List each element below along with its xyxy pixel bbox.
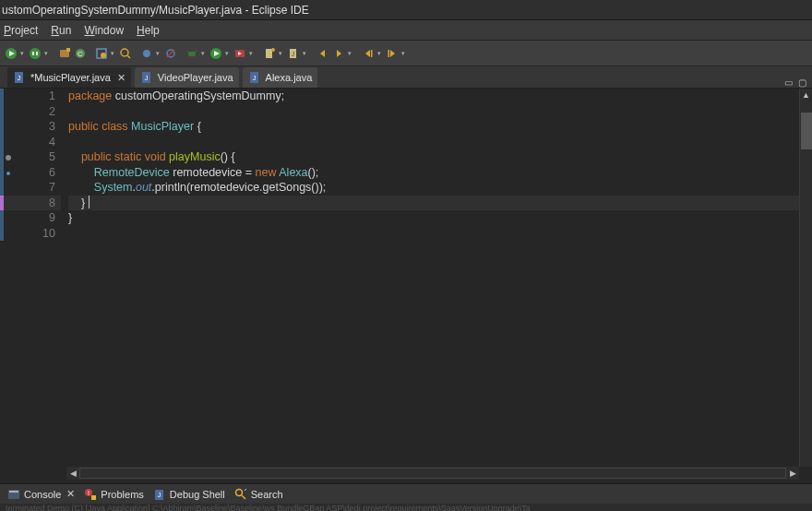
run-external-icon[interactable]	[233, 46, 247, 61]
maximize-view-icon[interactable]: ▢	[798, 77, 806, 88]
console-status-sliver: terminated Demo (C) [Java Application] C…	[0, 504, 812, 511]
console-icon	[7, 488, 20, 501]
svg-text:J: J	[145, 75, 149, 81]
java-file-icon: J	[13, 71, 26, 84]
close-icon[interactable]: ✕	[117, 72, 125, 84]
run-icon[interactable]	[4, 46, 18, 61]
svg-marker-27	[320, 50, 325, 57]
tab-alexa[interactable]: J Alexa.java	[243, 67, 318, 88]
scroll-up-icon[interactable]: ▲	[800, 90, 812, 100]
tab-label: Search	[251, 489, 283, 500]
tab-label: VideoPlayer.java	[158, 72, 233, 83]
skip-breakpoints-icon[interactable]	[163, 46, 178, 61]
scrollbar-thumb[interactable]	[801, 113, 812, 149]
svg-point-13	[143, 50, 150, 57]
dropdown-icon[interactable]: ▾	[301, 50, 307, 57]
open-type-icon[interactable]	[94, 46, 109, 61]
tab-label: Console	[24, 489, 61, 500]
svg-marker-32	[390, 50, 395, 57]
svg-rect-45	[91, 495, 96, 500]
prev-annotation-icon[interactable]	[361, 46, 376, 61]
svg-point-11	[121, 49, 128, 56]
svg-rect-42	[9, 491, 18, 493]
horizontal-scrollbar[interactable]: ◀ ▶	[66, 467, 799, 480]
tab-label: Alexa.java	[266, 72, 313, 83]
svg-line-49	[242, 495, 245, 499]
dropdown-icon[interactable]: ▾	[376, 50, 382, 57]
svg-rect-30	[371, 50, 373, 57]
tab-label: *MusicPlayer.java	[30, 72, 111, 83]
dropdown-icon[interactable]: ▾	[277, 50, 283, 57]
svg-line-17	[187, 51, 189, 53]
tab-console[interactable]: Console ✕	[7, 488, 75, 501]
editor-tab-bar: J *MusicPlayer.java ✕ J VideoPlayer.java…	[0, 66, 812, 89]
tab-video-player[interactable]: J VideoPlayer.java	[135, 67, 239, 88]
dropdown-icon[interactable]: ▾	[346, 50, 352, 57]
code-editor[interactable]: 12345678910 package customOperatingSyste…	[0, 89, 812, 467]
tab-debug-shell[interactable]: J Debug Shell	[153, 488, 225, 501]
svg-rect-3	[32, 52, 34, 55]
run-last-icon[interactable]	[209, 46, 223, 61]
search-icon	[234, 488, 247, 501]
scroll-left-icon[interactable]: ◀	[66, 469, 79, 478]
new-class-icon[interactable]: C	[73, 46, 88, 61]
editor-area: J *MusicPlayer.java ✕ J VideoPlayer.java…	[0, 66, 812, 483]
new-java-icon[interactable]: J	[286, 46, 301, 61]
svg-text:J: J	[158, 492, 161, 498]
svg-point-24	[271, 48, 275, 52]
svg-rect-23	[266, 49, 272, 58]
dropdown-icon[interactable]: ▾	[42, 50, 49, 57]
window-title: ustomOperatingSystemDummy/MusicPlayer.ja…	[0, 4, 309, 17]
svg-rect-31	[388, 50, 390, 57]
dropdown-icon[interactable]: ▾	[223, 50, 230, 57]
nav-back-icon[interactable]	[316, 46, 330, 61]
line-number-gutter: 12345678910	[0, 89, 66, 467]
next-annotation-icon[interactable]	[385, 46, 400, 61]
dropdown-icon[interactable]: ▾	[154, 50, 161, 57]
tab-search[interactable]: Search	[234, 488, 283, 501]
svg-point-10	[101, 53, 106, 58]
minimize-view-icon[interactable]: ▭	[784, 77, 793, 88]
svg-text:J: J	[292, 51, 295, 57]
search-icon[interactable]	[118, 46, 133, 61]
dropdown-icon[interactable]: ▾	[18, 50, 25, 57]
menu-window[interactable]: Window	[84, 24, 124, 37]
svg-text:C: C	[78, 50, 83, 58]
menu-project[interactable]: Project	[4, 24, 38, 37]
new-package-icon[interactable]	[57, 46, 72, 61]
toolbar: ▾ ▾ C ▾ ▾ ▾ ▾ ▾ ▾ J ▾ ▾ ▾ ▾	[0, 41, 812, 66]
menu-help[interactable]: Help	[137, 24, 160, 37]
svg-text:J: J	[18, 75, 21, 81]
svg-marker-28	[337, 50, 341, 57]
svg-line-18	[195, 51, 197, 53]
debug-last-icon[interactable]	[185, 46, 199, 61]
svg-text:J: J	[252, 75, 256, 81]
menu-bar: Project Run Window Help	[0, 20, 812, 41]
dropdown-icon[interactable]: ▾	[247, 50, 254, 57]
dropdown-icon[interactable]: ▾	[109, 50, 115, 57]
new-wizard-icon[interactable]	[262, 46, 277, 61]
title-bar: ustomOperatingSystemDummy/MusicPlayer.ja…	[0, 0, 812, 20]
bottom-panel-tabs: Console ✕ ! Problems J Debug Shell Searc…	[0, 483, 812, 504]
tab-label: Debug Shell	[170, 489, 225, 500]
debug-shell-icon: J	[153, 488, 166, 501]
java-file-icon: J	[140, 71, 153, 84]
coverage-icon[interactable]	[28, 46, 42, 61]
tab-label: Problems	[101, 489, 143, 500]
svg-point-39	[6, 155, 11, 160]
dropdown-icon[interactable]: ▾	[400, 50, 406, 57]
close-icon[interactable]: ✕	[66, 488, 75, 500]
svg-rect-4	[36, 52, 38, 55]
svg-text:!: !	[88, 490, 90, 496]
tab-problems[interactable]: ! Problems	[84, 488, 143, 501]
dropdown-icon[interactable]: ▾	[199, 50, 206, 57]
tab-music-player[interactable]: J *MusicPlayer.java ✕	[7, 67, 131, 88]
nav-forward-icon[interactable]	[331, 46, 346, 61]
menu-run[interactable]: Run	[51, 24, 71, 37]
problems-icon: !	[84, 488, 97, 501]
toggle-breakpoint-icon[interactable]	[139, 46, 154, 61]
scroll-right-icon[interactable]: ▶	[786, 469, 799, 478]
vertical-scrollbar[interactable]: ▲	[799, 89, 812, 467]
svg-line-50	[245, 489, 246, 491]
svg-point-2	[30, 48, 41, 59]
